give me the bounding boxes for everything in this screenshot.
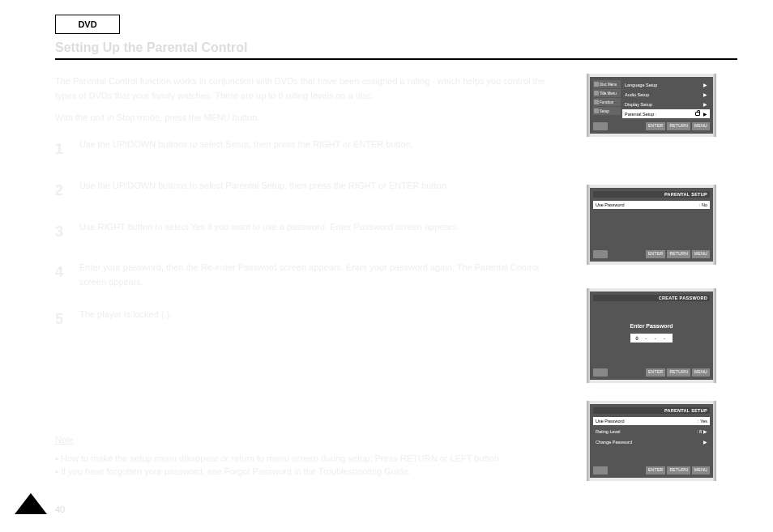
- lock-icon: [695, 112, 700, 116]
- enter-password-label: Enter Password: [630, 323, 673, 329]
- screen-footer: ENTER RETURN MENU: [593, 249, 710, 260]
- row-value: : No: [699, 202, 707, 207]
- rating-level-row[interactable]: Rating Level : 8 ▶: [593, 427, 710, 436]
- screenshot-parental-setup: PARENTAL SETUP Use Password : No ENTER R…: [587, 185, 716, 265]
- function-icon: [594, 100, 599, 104]
- left-menu-item[interactable]: Disc Menu: [593, 80, 621, 88]
- intro-paragraph: The Parental Control function works in c…: [55, 74, 566, 103]
- step-item: 4 Enter your password, then the Re-enter…: [55, 261, 566, 289]
- left-menu-label: Setup: [600, 109, 609, 113]
- footer-enter-button[interactable]: ENTER: [646, 250, 665, 258]
- row-label: Change Password: [596, 440, 702, 445]
- page-number: 40: [55, 504, 65, 514]
- menu-row-display[interactable]: Display Setup▶: [622, 100, 710, 109]
- footer-return-button[interactable]: RETURN: [667, 250, 690, 258]
- step-item: 5 The player is locked ( ).: [55, 308, 566, 331]
- change-password-row[interactable]: Change Password ▶: [593, 437, 710, 446]
- screen-title: PARENTAL SETUP: [593, 191, 710, 198]
- menu-row-language[interactable]: Language Setup▶: [622, 80, 710, 89]
- left-menu-item[interactable]: Title Menu: [593, 89, 621, 97]
- footer-menu-button[interactable]: MENU: [692, 466, 710, 475]
- note-header: Note: [55, 433, 566, 447]
- step-number: 5: [55, 308, 71, 331]
- disc-icon: [594, 82, 599, 87]
- chevron-right-icon: ▶: [703, 82, 707, 87]
- page-arrow-icon: [15, 493, 47, 514]
- row-value: : 8: [697, 429, 702, 434]
- password-field[interactable]: 0 - - -: [630, 334, 672, 343]
- setup-left-column: Disc Menu Title Menu Function Setup: [593, 80, 621, 118]
- menu-row-label: Language Setup: [625, 83, 702, 87]
- note-bullet: • How to make the setup menu disappear o…: [55, 452, 566, 466]
- left-menu-item[interactable]: Function: [593, 98, 621, 106]
- step-number: 4: [55, 261, 71, 289]
- row-label: Use Password: [596, 419, 696, 423]
- chevron-right-icon: ▶: [703, 439, 707, 445]
- chevron-right-icon: ▶: [703, 92, 707, 97]
- intro-paragraph: With the unit in Stop mode, press the ME…: [55, 111, 566, 126]
- gear-icon: [594, 109, 599, 113]
- screenshot-setup-menu: Disc Menu Title Menu Function Setup Lang…: [587, 74, 716, 137]
- screen-footer: ENTER RETURN MENU: [593, 121, 710, 132]
- screen-title: PARENTAL SETUP: [593, 407, 710, 414]
- menu-row-label: Parental Setup :: [625, 112, 694, 117]
- dpad-icon: [593, 466, 608, 475]
- title-icon: [594, 91, 599, 96]
- menu-row-parental[interactable]: Parental Setup :▶: [622, 109, 710, 118]
- chevron-right-icon: ▶: [703, 101, 707, 107]
- screen-title: CREATE PASSWORD: [593, 295, 710, 301]
- left-menu-item[interactable]: Setup: [593, 107, 621, 115]
- step-item: 3 Use RIGHT button to select Yes if you …: [55, 220, 566, 244]
- step-number: 1: [55, 138, 71, 161]
- note-block: Note • How to make the setup menu disapp…: [55, 433, 566, 479]
- step-number: 2: [55, 179, 71, 202]
- row-label: Use Password: [596, 202, 698, 207]
- dvd-tab: DVD: [55, 15, 120, 34]
- menu-row-label: Audio Setup: [625, 92, 702, 97]
- dpad-icon: [593, 250, 608, 258]
- step-text: Use the UP/DOWN buttons to select Parent…: [79, 179, 449, 202]
- divider: [55, 58, 737, 60]
- screen-footer: ENTER RETURN MENU: [593, 465, 710, 476]
- section-title: Setting Up the Parental Control: [55, 40, 247, 55]
- footer-menu-button[interactable]: MENU: [692, 122, 710, 130]
- row-value: : Yes: [698, 419, 707, 423]
- footer-enter-button[interactable]: ENTER: [646, 122, 665, 130]
- screenshot-parental-setup-yes: PARENTAL SETUP Use Password : Yes Rating…: [587, 401, 716, 481]
- steps-list: 1 Use the UP/DOWN buttons to select Setu…: [55, 138, 566, 348]
- footer-menu-button[interactable]: MENU: [692, 368, 710, 377]
- screen-footer: ENTER RETURN MENU: [593, 367, 710, 378]
- note-bullet-text: How to make the setup menu disappear or …: [61, 453, 502, 463]
- setup-right-column: Language Setup▶ Audio Setup▶ Display Set…: [622, 80, 710, 118]
- dpad-icon: [593, 122, 608, 130]
- step-text: Use RIGHT button to select Yes if you wa…: [79, 220, 459, 244]
- intro-text: The Parental Control function works in c…: [55, 74, 566, 134]
- menu-row-audio[interactable]: Audio Setup▶: [622, 90, 710, 99]
- use-password-row[interactable]: Use Password : No: [593, 201, 710, 209]
- footer-enter-button[interactable]: ENTER: [646, 368, 665, 377]
- footer-return-button[interactable]: RETURN: [667, 368, 690, 377]
- note-bullet-text: If you have forgotten your password, see…: [61, 466, 411, 476]
- row-label: Rating Level: [596, 429, 695, 434]
- left-menu-label: Function: [600, 100, 613, 104]
- menu-row-label: Display Setup: [625, 102, 702, 107]
- step-number: 3: [55, 220, 71, 244]
- note-bullet: • If you have forgotten your password, s…: [55, 465, 566, 479]
- footer-menu-button[interactable]: MENU: [692, 250, 710, 258]
- left-menu-label: Disc Menu: [600, 83, 617, 87]
- left-menu-label: Title Menu: [600, 92, 617, 96]
- footer-return-button[interactable]: RETURN: [667, 466, 690, 475]
- step-text: Enter your password, then the Re-enter P…: [79, 261, 566, 289]
- screenshot-create-password: CREATE PASSWORD Enter Password 0 - - - E…: [587, 288, 716, 383]
- footer-return-button[interactable]: RETURN: [667, 122, 690, 130]
- step-text: Use the UP/DOWN buttons to select Setup,…: [79, 138, 413, 161]
- step-item: 2 Use the UP/DOWN buttons to select Pare…: [55, 179, 566, 202]
- step-item: 1 Use the UP/DOWN buttons to select Setu…: [55, 138, 566, 161]
- dpad-icon: [593, 368, 608, 377]
- step-text: The player is locked ( ).: [79, 308, 172, 331]
- chevron-right-icon: ▶: [703, 111, 707, 117]
- chevron-right-icon: ▶: [703, 428, 707, 434]
- footer-enter-button[interactable]: ENTER: [646, 466, 665, 475]
- use-password-row[interactable]: Use Password : Yes: [593, 417, 710, 425]
